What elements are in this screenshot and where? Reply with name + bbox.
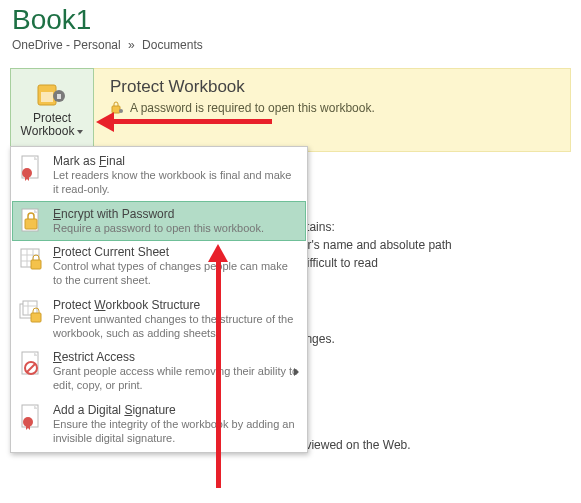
menu-protect-workbook-structure[interactable]: Protect Workbook Structure Prevent unwan… <box>13 293 305 346</box>
menu-restrict-access[interactable]: Restrict Access Grant people access whil… <box>13 345 305 398</box>
workbook-lock-icon <box>17 298 45 326</box>
menu-mark-as-final[interactable]: Mark as Final Let readers know the workb… <box>13 149 305 202</box>
svg-rect-15 <box>31 260 41 269</box>
document-seal-icon <box>17 154 45 182</box>
breadcrumb-loc2[interactable]: Documents <box>142 38 203 52</box>
protect-info-panel: Protect Workbook A password is required … <box>94 68 571 152</box>
document-lock-icon <box>17 207 45 235</box>
protect-workbook-button[interactable]: Protect Workbook <box>10 68 94 152</box>
document-signature-icon <box>17 403 45 431</box>
chevron-right-icon <box>294 368 299 376</box>
document-restrict-icon <box>17 350 45 378</box>
menu-item-title: Restrict Access <box>53 350 299 364</box>
menu-item-desc: Grant people access while removing their… <box>53 365 299 393</box>
menu-item-desc: Ensure the integrity of the workbook by … <box>53 418 299 446</box>
menu-protect-current-sheet[interactable]: Protect Current Sheet Control what types… <box>13 240 305 293</box>
menu-item-title: Encrypt with Password <box>53 207 299 221</box>
chevron-down-icon <box>77 130 83 134</box>
breadcrumb-loc1[interactable]: OneDrive - Personal <box>12 38 121 52</box>
svg-rect-9 <box>25 219 37 229</box>
info-header: Book1 OneDrive - Personal » Documents <box>0 0 581 60</box>
svg-rect-20 <box>31 313 41 322</box>
menu-item-desc: Require a password to open this workbook… <box>53 222 299 236</box>
svg-rect-1 <box>41 92 53 102</box>
shield-lock-icon <box>37 82 67 108</box>
menu-item-title: Protect Workbook Structure <box>53 298 299 312</box>
svg-rect-3 <box>57 94 61 99</box>
protect-button-label: Protect Workbook <box>21 112 84 138</box>
menu-encrypt-with-password[interactable]: Encrypt with Password Require a password… <box>12 201 306 242</box>
menu-item-title: Mark as Final <box>53 154 299 168</box>
breadcrumb-sep: » <box>128 38 135 52</box>
svg-point-5 <box>119 109 123 113</box>
menu-item-desc: Control what types of changes people can… <box>53 260 299 288</box>
protect-workbook-menu: Mark as Final Let readers know the workb… <box>10 146 308 453</box>
menu-add-digital-signature[interactable]: Add a Digital Signature Ensure the integ… <box>13 398 305 451</box>
panel-message: A password is required to open this work… <box>130 101 375 115</box>
menu-item-desc: Let readers know the workbook is final a… <box>53 169 299 197</box>
breadcrumb: OneDrive - Personal » Documents <box>12 38 569 52</box>
menu-item-desc: Prevent unwanted changes to the structur… <box>53 313 299 341</box>
menu-item-title: Add a Digital Signature <box>53 403 299 417</box>
workbook-title: Book1 <box>12 4 569 36</box>
panel-title: Protect Workbook <box>110 77 556 97</box>
menu-item-title: Protect Current Sheet <box>53 245 299 259</box>
sheet-lock-icon <box>17 245 45 273</box>
